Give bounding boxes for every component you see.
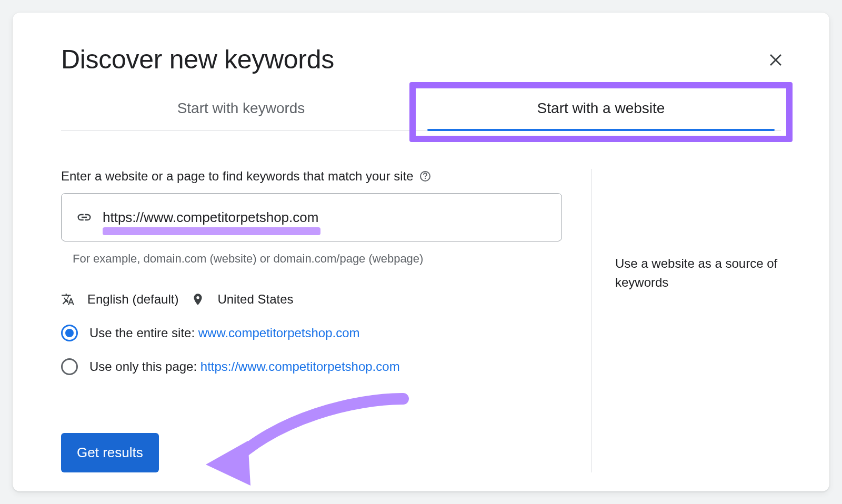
scope-radio-group: Use the entire site: www.competitorpetsh… bbox=[61, 325, 562, 375]
location-icon bbox=[191, 293, 205, 306]
location-value[interactable]: United States bbox=[217, 292, 293, 307]
targeting-settings: English (default) United States bbox=[61, 292, 562, 307]
annotation-arrow bbox=[198, 391, 419, 496]
get-results-button[interactable]: Get results bbox=[61, 433, 159, 472]
field-label: Enter a website or a page to find keywor… bbox=[61, 169, 414, 184]
page-title: Discover new keywords bbox=[61, 44, 781, 75]
svg-marker-1 bbox=[206, 441, 250, 486]
example-hint: For example, domain.com (website) or dom… bbox=[73, 252, 560, 266]
field-label-row: Enter a website or a page to find keywor… bbox=[61, 169, 562, 184]
radio-indicator bbox=[61, 358, 78, 375]
close-button[interactable] bbox=[763, 46, 788, 72]
tab-label: Start with keywords bbox=[177, 100, 305, 116]
close-icon bbox=[767, 50, 785, 68]
radio-link: https://www.competitorpetshop.com bbox=[201, 359, 400, 374]
radio-use-entire-site[interactable]: Use the entire site: www.competitorpetsh… bbox=[61, 325, 562, 341]
link-icon bbox=[76, 209, 92, 225]
radio-label: Use only this page: bbox=[89, 359, 201, 374]
form-column: Enter a website or a page to find keywor… bbox=[61, 169, 562, 472]
content-row: Enter a website or a page to find keywor… bbox=[61, 169, 781, 472]
radio-link: www.competitorpetshop.com bbox=[198, 326, 360, 340]
radio-use-only-page[interactable]: Use only this page: https://www.competit… bbox=[61, 358, 562, 375]
tab-bar: Start with keywords Start with a website bbox=[61, 89, 781, 131]
radio-indicator bbox=[61, 325, 78, 341]
radio-label: Use the entire site: bbox=[89, 326, 198, 340]
hint-text: Use a website as a source of keywords bbox=[615, 174, 781, 292]
website-url-value: https://www.competitorpetshop.com bbox=[103, 209, 318, 226]
website-url-input[interactable]: https://www.competitorpetshop.com bbox=[61, 193, 562, 241]
tab-start-with-website[interactable]: Start with a website bbox=[421, 89, 781, 130]
keyword-planner-card: Discover new keywords Start with keyword… bbox=[13, 13, 829, 491]
tab-start-with-keywords[interactable]: Start with keywords bbox=[61, 89, 421, 130]
language-value[interactable]: English (default) bbox=[87, 292, 178, 307]
tab-label: Start with a website bbox=[537, 100, 665, 116]
help-icon[interactable] bbox=[419, 170, 432, 183]
language-icon bbox=[61, 293, 75, 306]
cta-row: Get results bbox=[61, 433, 562, 472]
hint-column: Use a website as a source of keywords bbox=[592, 169, 781, 472]
